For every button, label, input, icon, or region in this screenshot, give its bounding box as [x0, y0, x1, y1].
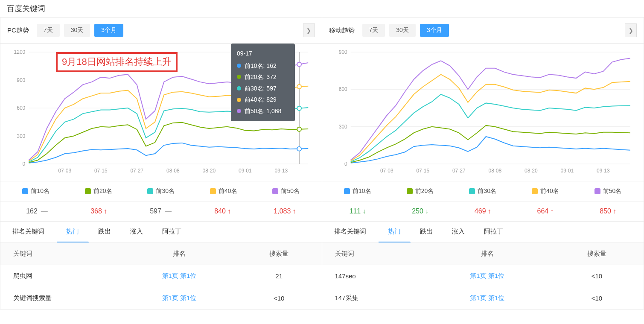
svg-text:08-08: 08-08	[166, 168, 180, 174]
cell-keyword: 爬虫网	[0, 265, 122, 287]
keyword-tab[interactable]: 热门	[379, 222, 411, 242]
stat-value: 597	[150, 207, 172, 215]
keyword-tab[interactable]: 排名关键词	[0, 222, 57, 242]
svg-text:300: 300	[17, 133, 25, 139]
col-rank: 排名	[122, 243, 236, 265]
next-range-button[interactable]: ❯	[303, 23, 315, 37]
legend-label: 前20名	[415, 187, 434, 195]
range-7d-button[interactable]: 7天	[362, 24, 385, 37]
tooltip-row: 前20名: 372	[237, 71, 289, 83]
mobile-panel-title: 移动趋势	[329, 26, 355, 35]
svg-text:900: 900	[338, 49, 347, 55]
range-7d-button[interactable]: 7天	[37, 24, 60, 37]
keyword-tab[interactable]: 排名关键词	[322, 222, 379, 242]
mobile-keyword-tabs: 排名关键词热门跌出涨入阿拉丁	[322, 221, 644, 242]
stat-value: 111	[349, 207, 366, 215]
stat-value: 368	[90, 207, 107, 215]
rank-link[interactable]: 第1页 第1位	[470, 272, 504, 279]
stat-value: 664	[537, 207, 554, 215]
tooltip-row: 前50名: 1,068	[237, 105, 289, 117]
svg-text:09-01: 09-01	[239, 168, 252, 174]
svg-point-21	[297, 85, 301, 89]
stat-value: 840	[214, 207, 231, 215]
keyword-tab[interactable]: 涨入	[121, 222, 153, 242]
tooltip-label: 前10名: 162	[245, 60, 277, 72]
tooltip-date: 09-17	[237, 48, 289, 59]
legend-swatch-icon	[147, 188, 153, 194]
page-title: 百度关键词	[0, 0, 644, 18]
svg-text:07-27: 07-27	[130, 168, 143, 174]
legend-swatch-icon	[344, 188, 350, 194]
series-dot-icon	[237, 98, 241, 102]
pc-panel-title: PC趋势	[7, 26, 29, 35]
legend-swatch-icon	[594, 188, 600, 194]
keyword-tab[interactable]: 热门	[57, 222, 89, 242]
svg-text:600: 600	[338, 86, 347, 92]
cell-keyword: 147采集	[322, 287, 425, 309]
panels-container: PC趋势 7天 30天 3个月 ❯ 0300600900120007-0307-…	[0, 18, 644, 309]
keyword-tab[interactable]: 涨入	[443, 222, 475, 242]
keyword-tab[interactable]: 跌出	[411, 222, 443, 242]
cell-volume: <10	[550, 265, 644, 287]
cell-rank: 第1页 第1位	[122, 287, 236, 309]
keyword-tab[interactable]: 阿拉丁	[475, 222, 513, 242]
svg-text:07-15: 07-15	[94, 168, 108, 174]
legend-item[interactable]: 前30名	[147, 187, 175, 195]
legend-item[interactable]: 前40名	[532, 187, 559, 195]
svg-text:08-20: 08-20	[202, 168, 216, 174]
legend-item[interactable]: 前10名	[344, 187, 371, 195]
range-30d-button[interactable]: 30天	[389, 24, 416, 37]
keyword-tab[interactable]: 阿拉丁	[153, 222, 191, 242]
series-dot-icon	[237, 109, 241, 113]
svg-text:08-20: 08-20	[524, 168, 537, 174]
rank-link[interactable]: 第1页 第1位	[162, 272, 197, 279]
legend-label: 前20名	[93, 187, 112, 195]
mobile-chart[interactable]: 030060090007-0307-1507-2708-0808-2009-01…	[329, 48, 637, 176]
legend-label: 前50名	[281, 187, 300, 195]
rank-link[interactable]: 第1页 第1位	[162, 294, 197, 301]
series-dot-icon	[237, 86, 241, 90]
legend-label: 前30名	[478, 187, 496, 195]
legend-item[interactable]: 前20名	[85, 187, 112, 195]
next-range-button[interactable]: ❯	[625, 23, 637, 37]
stat-value: 162	[26, 207, 48, 215]
col-keyword: 关键词	[322, 243, 425, 265]
svg-point-22	[297, 62, 301, 67]
rank-link[interactable]: 第1页 第1位	[470, 294, 504, 301]
svg-text:0: 0	[344, 161, 347, 167]
svg-point-18	[297, 147, 301, 151]
pc-stats-row: 162 368 597 840 1,083	[0, 201, 322, 221]
legend-label: 前40名	[219, 187, 237, 195]
pc-keyword-tabs: 排名关键词热门跌出涨入阿拉丁	[0, 221, 322, 242]
legend-item[interactable]: 前50名	[594, 187, 622, 195]
cell-rank: 第1页 第1位	[425, 265, 550, 287]
tooltip-label: 前50名: 1,068	[245, 105, 281, 117]
legend-label: 前40名	[540, 187, 559, 195]
svg-text:07-15: 07-15	[416, 168, 429, 174]
range-30d-button[interactable]: 30天	[64, 24, 90, 37]
range-3m-button[interactable]: 3个月	[94, 24, 123, 37]
range-3m-button[interactable]: 3个月	[420, 24, 449, 37]
legend-swatch-icon	[469, 188, 475, 194]
legend-item[interactable]: 前10名	[22, 187, 50, 195]
pc-legend: 前10名前20名前30名前40名前50名	[0, 181, 322, 201]
cell-volume: <10	[550, 287, 644, 309]
col-rank: 排名	[425, 243, 550, 265]
tooltip-label: 前30名: 597	[245, 83, 277, 94]
keyword-tab[interactable]: 跌出	[89, 222, 121, 242]
legend-item[interactable]: 前40名	[210, 187, 237, 195]
svg-text:09-01: 09-01	[560, 168, 574, 174]
svg-text:07-03: 07-03	[380, 168, 393, 174]
tooltip-row: 前40名: 829	[237, 94, 289, 105]
svg-text:07-03: 07-03	[58, 168, 71, 174]
cell-keyword: 关键词搜索量	[0, 287, 122, 309]
legend-item[interactable]: 前20名	[407, 187, 434, 195]
pc-chart-area: 0300600900120007-0307-1507-2708-0808-200…	[0, 44, 322, 181]
legend-item[interactable]: 前30名	[469, 187, 496, 195]
mobile-panel-header: 移动趋势 7天 30天 3个月 ❯	[322, 18, 644, 44]
legend-label: 前50名	[603, 187, 622, 195]
legend-label: 前10名	[31, 187, 50, 195]
legend-item[interactable]: 前50名	[272, 187, 300, 195]
table-row: 关键词搜索量第1页 第1位<10	[0, 287, 322, 309]
legend-swatch-icon	[407, 188, 413, 194]
